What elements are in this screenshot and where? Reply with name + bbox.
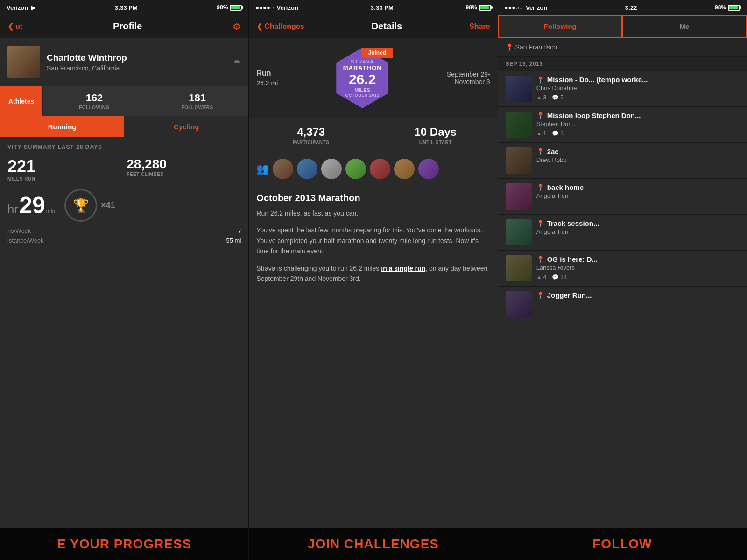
profile-info: Charlotte Winthrop San Francisco, Califo…: [47, 53, 227, 72]
nav-title-1: Profile: [22, 21, 233, 32]
feed-thumbnail: [506, 147, 532, 174]
participants-row: 👥: [249, 153, 497, 185]
kudos-action[interactable]: ▲1: [536, 130, 547, 137]
challenge-hero: Run 26.2 mi STRAVA MARATHON 26.2 MILES O…: [249, 38, 497, 118]
time-3: 3:22: [625, 4, 637, 11]
time-1: 3:33 PM: [115, 4, 138, 11]
runs-per-week-value: 7: [238, 227, 241, 234]
stats-row: Athletes 162 FOLLOWING 181 FOLLOWERS: [0, 86, 248, 116]
trophy-count: ×41: [101, 201, 115, 210]
group-icon: 👥: [256, 163, 269, 175]
dates-line1: September 29-: [447, 70, 490, 78]
joined-ribbon: Joined: [361, 48, 393, 58]
nav-bar-1: ❮ ut Profile ⚙: [0, 15, 248, 38]
time-row: hr 29 min 🏆 ×41: [7, 189, 241, 222]
desc-para3-em: in a single run: [381, 265, 425, 272]
badge-top: STRAVA: [351, 59, 374, 64]
location-pin-icon: 📍: [536, 148, 544, 155]
status-right-1: 98%: [217, 4, 242, 11]
feed-item[interactable]: 📍 Mission - Do... (tempo worke... Chris …: [498, 71, 747, 107]
carrier-1: Verizon: [7, 4, 28, 11]
desc-para2: You've spent the last few months prepari…: [256, 225, 490, 256]
comments-action[interactable]: 💬1: [552, 130, 564, 137]
following-count: 162: [48, 92, 141, 104]
per-week-stats: ns/Week 7 istance/Week 55 mi: [7, 227, 241, 244]
kudos-action[interactable]: ▲4: [536, 274, 547, 280]
feed-thumbnail: [506, 291, 532, 317]
feed-person: Larissa Rivers: [536, 264, 739, 271]
nav-bar-2: ❮ Challenges Details Share: [249, 15, 497, 38]
status-right-3: 98%: [715, 4, 740, 11]
share-button[interactable]: Share: [469, 22, 490, 31]
battery-icon-3: [728, 5, 740, 11]
feed-activity-name: Track session...: [547, 219, 599, 227]
desc-para3: Strava is challenging you to run 26.2 mi…: [256, 263, 490, 284]
feed-thumbnail: [506, 112, 532, 138]
profile-header: Charlotte Winthrop San Francisco, Califo…: [0, 38, 248, 86]
status-bar-1: Verizon ▶ 3:33 PM 98%: [0, 0, 248, 15]
feed-item[interactable]: 📍 Mission loop Stephen Don... Stephen Do…: [498, 107, 747, 143]
feed-actions: ▲3 💬5: [536, 94, 739, 101]
comments-action[interactable]: 💬33: [552, 274, 566, 280]
feed-person: Chris Donahue: [536, 84, 739, 91]
feed-activity-name: 2ac: [547, 147, 559, 155]
feed-activity-name: OG is here: D...: [547, 255, 598, 263]
tab-running[interactable]: Running: [0, 116, 124, 137]
badge-container: STRAVA MARATHON 26.2 MILES OCTOBER 2013 …: [332, 48, 393, 108]
feed-thumbnail: [506, 183, 532, 210]
following-stat: 162 FOLLOWING: [42, 86, 146, 116]
runs-per-week-label: ns/Week: [7, 227, 31, 234]
feed-item[interactable]: 📍 back home Angela Tieri: [498, 179, 747, 215]
badge-sub: OCTOBER 2013: [345, 93, 379, 98]
participant-3: [321, 159, 342, 179]
feed-panel: ●●●○○ Verizon 3:22 98% Following Me 📍 Sa…: [498, 0, 747, 560]
profile-location: San Francisco, California: [47, 64, 227, 72]
feed-person: Angela Tieri: [536, 228, 739, 235]
tab-following[interactable]: Following: [498, 15, 622, 37]
feed-item[interactable]: 📍 Jogger Run...: [498, 287, 747, 322]
tab-me[interactable]: Me: [622, 15, 747, 37]
feed-location: 📍 San Francisco: [498, 38, 747, 57]
nav-back-1[interactable]: ❮ ut: [7, 22, 22, 31]
followers-stat: 181 FOLLOWERS: [146, 86, 249, 116]
status-left-3: ●●●○○ Verizon: [505, 4, 548, 11]
badge-main: MARATHON: [343, 64, 382, 71]
back-label-1: ut: [15, 22, 22, 31]
feed-tabs: Following Me: [498, 15, 747, 38]
participant-2: [297, 159, 317, 179]
miles-stat: 221 MILES RUN: [7, 157, 122, 182]
challenge-stats: 4,373 PARTICIPANTS 10 Days UNTIL START: [249, 118, 497, 153]
location-pin-icon: 📍: [536, 292, 544, 299]
desc-para3-prefix: Strava is challenging you to run 26.2 mi…: [256, 265, 381, 272]
feed-activity-name: Mission loop Stephen Don...: [547, 112, 641, 119]
status-left-2: ●●●●○ Verizon: [255, 4, 298, 11]
feed-item[interactable]: 📍 2ac Drew Robb: [498, 143, 747, 179]
comments-action[interactable]: 💬5: [552, 94, 564, 101]
location-pin-icon: 📍: [536, 112, 544, 119]
days-stat: 10 Days UNTIL START: [374, 118, 498, 153]
athletes-button[interactable]: Athletes: [0, 86, 42, 116]
tab-cycling[interactable]: Cycling: [124, 116, 248, 137]
nav-title-2: Details: [304, 21, 470, 32]
challenge-desc: October 2013 Marathon Run 26.2 miles, as…: [249, 185, 497, 560]
feed-item-content: 📍 OG is here: D... Larissa Rivers ▲4 💬33: [536, 255, 739, 281]
feet-count: 28,280: [127, 157, 241, 172]
feed-thumbnail: [506, 219, 532, 245]
dist-per-week-value: 55 mi: [226, 237, 241, 244]
location-pin-icon: 📍: [536, 184, 544, 191]
miles-label: MILES RUN: [7, 176, 122, 182]
nav-back-2[interactable]: ❮ Challenges: [256, 22, 304, 31]
tagline-span-2: JOIN CHALLENGES: [308, 537, 439, 551]
back-chevron-2: ❮: [256, 22, 262, 31]
kudos-action[interactable]: ▲3: [536, 94, 547, 101]
gear-icon[interactable]: ⚙: [233, 21, 241, 32]
battery-icon-1: [230, 5, 242, 11]
feed-item-content: 📍 Jogger Run...: [536, 291, 739, 317]
battery-pct-3: 98%: [715, 4, 726, 11]
feed-person: Drew Robb: [536, 156, 739, 163]
feed-item[interactable]: 📍 Track session... Angela Tieri: [498, 215, 747, 251]
feed-item[interactable]: 📍 OG is here: D... Larissa Rivers ▲4 💬33: [498, 251, 747, 287]
time-2: 3:33 PM: [371, 4, 394, 11]
badge-unit: MILES: [354, 87, 370, 93]
edit-icon[interactable]: ✏: [234, 57, 241, 67]
